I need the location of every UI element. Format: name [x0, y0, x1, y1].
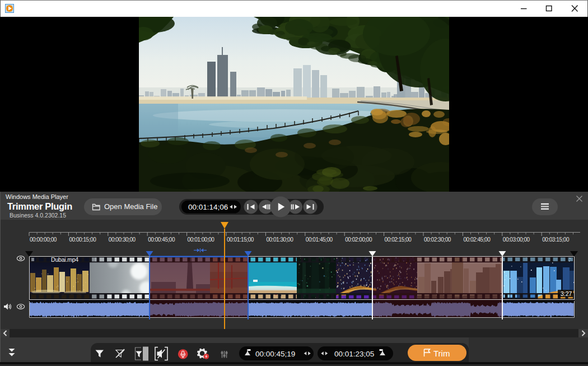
svg-text:00:01:14;06: 00:01:14;06	[188, 203, 228, 211]
